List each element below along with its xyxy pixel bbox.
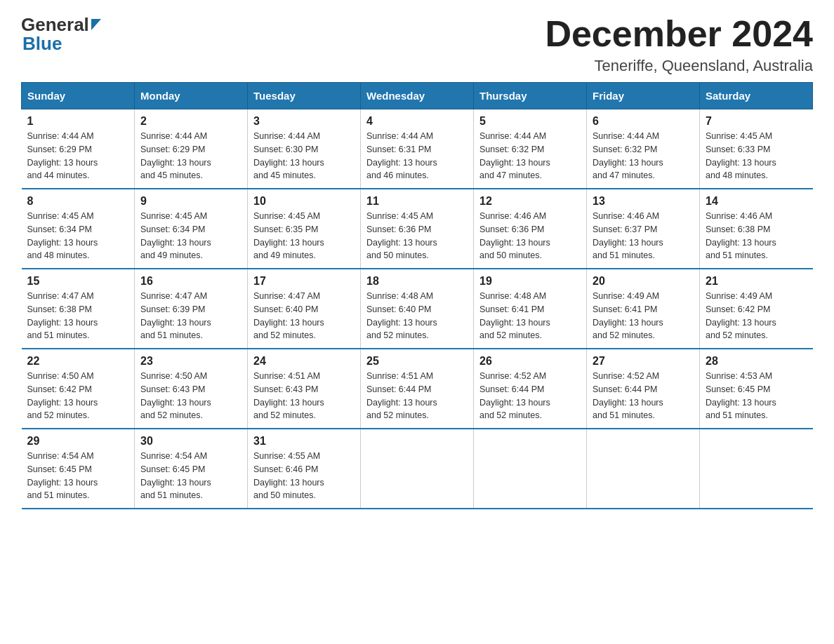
day-info: Sunrise: 4:48 AMSunset: 6:40 PMDaylight:…	[366, 290, 468, 342]
calendar-cell: 16 Sunrise: 4:47 AMSunset: 6:39 PMDaylig…	[135, 269, 248, 349]
calendar-cell: 30 Sunrise: 4:54 AMSunset: 6:45 PMDaylig…	[135, 429, 248, 509]
calendar-cell	[474, 429, 587, 509]
calendar-cell: 8 Sunrise: 4:45 AMSunset: 6:34 PMDayligh…	[22, 189, 135, 269]
day-number: 30	[140, 435, 241, 448]
day-info: Sunrise: 4:52 AMSunset: 6:44 PMDaylight:…	[479, 370, 581, 422]
day-info: Sunrise: 4:49 AMSunset: 6:41 PMDaylight:…	[593, 290, 694, 342]
calendar-cell: 25 Sunrise: 4:51 AMSunset: 6:44 PMDaylig…	[361, 349, 474, 429]
logo: General Blue	[21, 14, 101, 55]
day-info: Sunrise: 4:45 AMSunset: 6:35 PMDaylight:…	[253, 210, 355, 262]
day-number: 2	[140, 115, 241, 128]
day-number: 1	[27, 115, 129, 128]
day-info: Sunrise: 4:46 AMSunset: 6:36 PMDaylight:…	[479, 210, 581, 262]
day-info: Sunrise: 4:54 AMSunset: 6:45 PMDaylight:…	[27, 450, 129, 502]
day-info: Sunrise: 4:50 AMSunset: 6:42 PMDaylight:…	[27, 370, 129, 422]
day-number: 19	[479, 275, 581, 288]
day-number: 7	[706, 115, 807, 128]
day-number: 17	[253, 275, 355, 288]
day-info: Sunrise: 4:45 AMSunset: 6:34 PMDaylight:…	[27, 210, 129, 262]
day-info: Sunrise: 4:44 AMSunset: 6:29 PMDaylight:…	[27, 130, 129, 182]
day-number: 29	[27, 435, 129, 448]
calendar-cell: 18 Sunrise: 4:48 AMSunset: 6:40 PMDaylig…	[361, 269, 474, 349]
day-number: 16	[140, 275, 241, 288]
calendar-cell: 14 Sunrise: 4:46 AMSunset: 6:38 PMDaylig…	[700, 189, 813, 269]
calendar-cell: 21 Sunrise: 4:49 AMSunset: 6:42 PMDaylig…	[700, 269, 813, 349]
day-number: 10	[253, 195, 355, 208]
calendar-cell: 7 Sunrise: 4:45 AMSunset: 6:33 PMDayligh…	[700, 109, 813, 189]
day-number: 9	[140, 195, 241, 208]
calendar-cell: 6 Sunrise: 4:44 AMSunset: 6:32 PMDayligh…	[587, 109, 700, 189]
day-number: 13	[593, 195, 694, 208]
day-info: Sunrise: 4:44 AMSunset: 6:31 PMDaylight:…	[366, 130, 468, 182]
calendar-cell: 11 Sunrise: 4:45 AMSunset: 6:36 PMDaylig…	[361, 189, 474, 269]
calendar-cell: 1 Sunrise: 4:44 AMSunset: 6:29 PMDayligh…	[22, 109, 135, 189]
calendar-cell: 28 Sunrise: 4:53 AMSunset: 6:45 PMDaylig…	[700, 349, 813, 429]
day-number: 6	[593, 115, 694, 128]
day-number: 25	[366, 355, 468, 368]
day-number: 18	[366, 275, 468, 288]
calendar-cell: 15 Sunrise: 4:47 AMSunset: 6:38 PMDaylig…	[22, 269, 135, 349]
day-info: Sunrise: 4:44 AMSunset: 6:30 PMDaylight:…	[253, 130, 355, 182]
calendar-cell: 17 Sunrise: 4:47 AMSunset: 6:40 PMDaylig…	[248, 269, 361, 349]
calendar-cell: 3 Sunrise: 4:44 AMSunset: 6:30 PMDayligh…	[248, 109, 361, 189]
calendar-week-row: 22 Sunrise: 4:50 AMSunset: 6:42 PMDaylig…	[22, 349, 813, 429]
day-info: Sunrise: 4:54 AMSunset: 6:45 PMDaylight:…	[140, 450, 241, 502]
day-info: Sunrise: 4:51 AMSunset: 6:44 PMDaylight:…	[366, 370, 468, 422]
weekday-header-thursday: Thursday	[474, 83, 587, 109]
day-number: 8	[27, 195, 129, 208]
day-number: 4	[366, 115, 468, 128]
weekday-header-saturday: Saturday	[700, 83, 813, 109]
day-info: Sunrise: 4:45 AMSunset: 6:36 PMDaylight:…	[366, 210, 468, 262]
day-info: Sunrise: 4:46 AMSunset: 6:38 PMDaylight:…	[706, 210, 807, 262]
day-number: 22	[27, 355, 129, 368]
title-block: December 2024 Teneriffe, Queensland, Aus…	[545, 14, 813, 75]
weekday-header-monday: Monday	[135, 83, 248, 109]
calendar-cell: 4 Sunrise: 4:44 AMSunset: 6:31 PMDayligh…	[361, 109, 474, 189]
calendar-cell: 24 Sunrise: 4:51 AMSunset: 6:43 PMDaylig…	[248, 349, 361, 429]
day-number: 27	[593, 355, 694, 368]
day-info: Sunrise: 4:51 AMSunset: 6:43 PMDaylight:…	[253, 370, 355, 422]
calendar-cell	[361, 429, 474, 509]
day-info: Sunrise: 4:47 AMSunset: 6:38 PMDaylight:…	[27, 290, 129, 342]
weekday-header-friday: Friday	[587, 83, 700, 109]
day-number: 26	[479, 355, 581, 368]
day-number: 23	[140, 355, 241, 368]
month-title: December 2024	[545, 14, 813, 54]
calendar-cell: 9 Sunrise: 4:45 AMSunset: 6:34 PMDayligh…	[135, 189, 248, 269]
weekday-header-wednesday: Wednesday	[361, 83, 474, 109]
calendar-week-row: 1 Sunrise: 4:44 AMSunset: 6:29 PMDayligh…	[22, 109, 813, 189]
day-number: 14	[706, 195, 807, 208]
day-info: Sunrise: 4:49 AMSunset: 6:42 PMDaylight:…	[706, 290, 807, 342]
calendar-cell: 12 Sunrise: 4:46 AMSunset: 6:36 PMDaylig…	[474, 189, 587, 269]
calendar-cell	[587, 429, 700, 509]
calendar-cell: 19 Sunrise: 4:48 AMSunset: 6:41 PMDaylig…	[474, 269, 587, 349]
calendar-week-row: 29 Sunrise: 4:54 AMSunset: 6:45 PMDaylig…	[22, 429, 813, 509]
day-number: 24	[253, 355, 355, 368]
day-info: Sunrise: 4:48 AMSunset: 6:41 PMDaylight:…	[479, 290, 581, 342]
calendar-cell: 26 Sunrise: 4:52 AMSunset: 6:44 PMDaylig…	[474, 349, 587, 429]
calendar-cell: 2 Sunrise: 4:44 AMSunset: 6:29 PMDayligh…	[135, 109, 248, 189]
weekday-header-sunday: Sunday	[22, 83, 135, 109]
calendar-cell: 31 Sunrise: 4:55 AMSunset: 6:46 PMDaylig…	[248, 429, 361, 509]
calendar-header-row: SundayMondayTuesdayWednesdayThursdayFrid…	[22, 83, 813, 109]
day-number: 21	[706, 275, 807, 288]
calendar-week-row: 15 Sunrise: 4:47 AMSunset: 6:38 PMDaylig…	[22, 269, 813, 349]
day-number: 3	[253, 115, 355, 128]
day-number: 5	[479, 115, 581, 128]
day-info: Sunrise: 4:53 AMSunset: 6:45 PMDaylight:…	[706, 370, 807, 422]
day-info: Sunrise: 4:55 AMSunset: 6:46 PMDaylight:…	[253, 450, 355, 502]
page-header: General Blue December 2024 Teneriffe, Qu…	[21, 14, 813, 75]
logo-blue-text: Blue	[22, 33, 62, 55]
calendar-cell: 23 Sunrise: 4:50 AMSunset: 6:43 PMDaylig…	[135, 349, 248, 429]
day-info: Sunrise: 4:52 AMSunset: 6:44 PMDaylight:…	[593, 370, 694, 422]
calendar-cell: 27 Sunrise: 4:52 AMSunset: 6:44 PMDaylig…	[587, 349, 700, 429]
calendar-cell: 22 Sunrise: 4:50 AMSunset: 6:42 PMDaylig…	[22, 349, 135, 429]
day-info: Sunrise: 4:44 AMSunset: 6:32 PMDaylight:…	[479, 130, 581, 182]
day-info: Sunrise: 4:46 AMSunset: 6:37 PMDaylight:…	[593, 210, 694, 262]
day-number: 12	[479, 195, 581, 208]
calendar-cell: 20 Sunrise: 4:49 AMSunset: 6:41 PMDaylig…	[587, 269, 700, 349]
day-number: 20	[593, 275, 694, 288]
day-number: 11	[366, 195, 468, 208]
day-number: 15	[27, 275, 129, 288]
calendar-cell: 13 Sunrise: 4:46 AMSunset: 6:37 PMDaylig…	[587, 189, 700, 269]
